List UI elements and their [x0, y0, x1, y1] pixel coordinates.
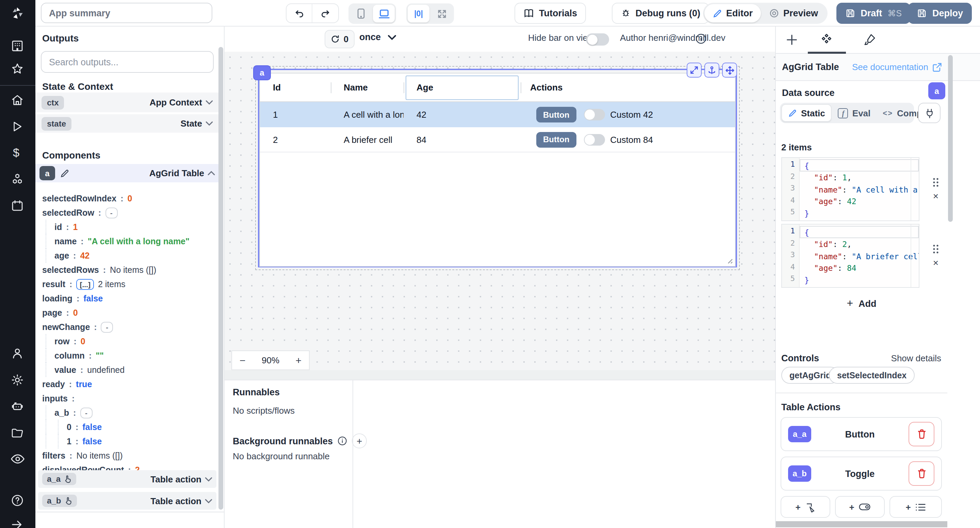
save-draft-button[interactable]: Draft ⌘S	[836, 3, 911, 24]
sidebar-item-variables[interactable]: $	[13, 146, 19, 160]
drag-handle-icon[interactable]	[932, 178, 939, 187]
collapse-chip[interactable]: -	[80, 407, 92, 418]
styling-tab[interactable]	[863, 33, 877, 46]
data-item-editor-2[interactable]: 1 2 3 4 5 { "id": 2, "name": "A briefer …	[781, 224, 920, 288]
collapse-chip[interactable]: -	[105, 207, 118, 218]
sidebar-item-schedules[interactable]	[10, 199, 24, 213]
prop-page[interactable]: page:0	[42, 305, 214, 320]
prop-value[interactable]: value:undefined	[42, 363, 214, 377]
app-canvas[interactable]: a	[224, 52, 775, 380]
sidebar-item-home[interactable]	[10, 93, 24, 108]
row-action-button[interactable]: Button	[536, 132, 576, 147]
prop-result[interactable]: result:[...]2 items	[42, 277, 214, 291]
prop-newChange[interactable]: newChange:-	[42, 320, 214, 334]
prop-a_b-1[interactable]: 1:false	[42, 434, 214, 448]
search-outputs-input[interactable]	[41, 51, 214, 73]
sidebar-item-favorites[interactable]	[10, 62, 24, 76]
column-header-id[interactable]: Id	[260, 82, 331, 92]
add-item-button[interactable]: + Add	[776, 297, 947, 310]
mode-eval[interactable]: f Eval	[832, 104, 877, 122]
prop-column[interactable]: column:""	[42, 348, 214, 363]
sidebar-item-users[interactable]	[10, 346, 24, 361]
debug-runs-button[interactable]: Debug runs (0)	[611, 3, 709, 24]
move-handle[interactable]	[722, 63, 737, 78]
undo-button[interactable]	[286, 4, 312, 22]
sidebar-item-folders[interactable]	[10, 426, 24, 440]
preview-tab[interactable]: Preview	[761, 4, 826, 22]
drag-handle-icon[interactable]	[932, 244, 939, 254]
edit-id-pencil-icon[interactable]	[60, 169, 69, 178]
selected-component-aggrid[interactable]: a	[258, 69, 737, 267]
settings-horizontal-scrollbar[interactable]	[776, 521, 947, 527]
add-background-runnable-button[interactable]: +	[352, 433, 367, 448]
column-header-name[interactable]: Name	[331, 82, 404, 92]
table-action-card-a_a[interactable]: a_a Button	[781, 417, 942, 451]
add-button-action-button[interactable]: +	[781, 496, 830, 518]
connect-data-button[interactable]	[918, 103, 940, 123]
data-item-editor-1[interactable]: 1 2 3 4 5 { "id": 1, "name": "A cell wit…	[781, 157, 920, 221]
prop-row[interactable]: row:0	[42, 334, 214, 348]
table-action-row-a_b[interactable]: a_b Table action	[38, 492, 216, 510]
add-select-action-button[interactable]: +	[889, 496, 942, 518]
prop-a_b-0[interactable]: 0:false	[42, 420, 214, 434]
add-toggle-action-button[interactable]: +	[835, 496, 885, 518]
refresh-button[interactable]: 0	[325, 30, 355, 48]
sidebar-item-help[interactable]	[10, 493, 24, 507]
app-summary-input[interactable]	[41, 3, 212, 23]
zoom-in-button[interactable]: +	[295, 355, 301, 366]
expand-rail-button[interactable]	[10, 518, 24, 528]
expand-array-chip[interactable]: [...]	[76, 278, 94, 289]
resize-corner-icon[interactable]	[726, 257, 733, 264]
deploy-button[interactable]: Deploy	[908, 3, 972, 24]
row-action-button[interactable]: Button	[536, 107, 576, 122]
see-documentation-link[interactable]: See documentation	[852, 62, 942, 72]
row-action-toggle[interactable]	[584, 109, 605, 121]
refresh-mode-dropdown[interactable]: once	[360, 32, 396, 42]
outputs-scrollbar[interactable]	[218, 47, 223, 510]
sidebar-item-settings[interactable]	[10, 373, 24, 387]
full-width-button[interactable]	[431, 5, 453, 22]
table-action-row-a_a[interactable]: a_a Table action	[38, 470, 216, 488]
column-header-actions[interactable]: Actions	[520, 82, 735, 92]
info-icon[interactable]	[337, 436, 347, 446]
insert-component-tab[interactable]	[785, 33, 798, 46]
component-a-header[interactable]: a AgGrid Table	[35, 164, 219, 182]
sidebar-item-resources[interactable]	[10, 172, 24, 186]
json-code[interactable]: { "id": 2, "name": "A briefer cell", "ag…	[800, 224, 919, 287]
editor-tab[interactable]: Editor	[705, 4, 761, 22]
prop-loading[interactable]: loading:false	[42, 291, 214, 305]
table-row[interactable]: 2 A briefer cell 84 Button Custom 84	[260, 127, 735, 153]
remove-item-button[interactable]: ×	[933, 191, 939, 201]
json-code[interactable]: { "id": 1, "name": "A cell with a long "…	[800, 158, 919, 221]
delete-action-button[interactable]	[908, 461, 934, 486]
redo-button[interactable]	[312, 4, 338, 22]
desktop-view-button[interactable]	[373, 5, 395, 22]
table-row[interactable]: 1 A cell with a long n... 42 Button Cust…	[260, 102, 735, 127]
state-row[interactable]: state State	[35, 114, 219, 133]
prop-age[interactable]: age:42	[42, 248, 214, 262]
zoom-out-button[interactable]: −	[240, 355, 246, 366]
row-action-toggle[interactable]	[584, 134, 605, 145]
prop-id[interactable]: id:1	[42, 220, 214, 234]
center-content-button[interactable]: |0|	[408, 5, 430, 22]
data-source-component-badge[interactable]: a	[928, 82, 945, 99]
hide-bar-toggle[interactable]	[586, 33, 609, 46]
settings-scrollbar[interactable]	[948, 55, 953, 222]
prop-filters[interactable]: filters:No items ([])	[42, 448, 214, 463]
prop-a_b[interactable]: a_b:-	[42, 406, 214, 420]
tutorials-button[interactable]: Tutorials	[514, 3, 586, 24]
prop-selectedRow[interactable]: selectedRow:-	[42, 205, 214, 220]
mobile-view-button[interactable]	[350, 5, 372, 22]
expand-handle[interactable]	[687, 63, 702, 78]
sidebar-item-runs[interactable]	[10, 120, 24, 134]
remove-item-button[interactable]: ×	[933, 258, 939, 267]
show-details-link[interactable]: Show details	[891, 353, 941, 363]
component-tag[interactable]: a	[253, 65, 271, 80]
table-action-card-a_b[interactable]: a_b Toggle	[781, 456, 942, 491]
prop-inputs[interactable]: inputs:	[42, 391, 214, 406]
control-setSelectedIndex[interactable]: setSelectedIndex	[829, 367, 915, 384]
ctx-row[interactable]: ctx App Context	[35, 92, 219, 112]
sidebar-item-workers[interactable]	[10, 399, 24, 414]
prop-selectedRows[interactable]: selectedRows:No items ([])	[42, 262, 214, 277]
mode-static[interactable]: Static	[781, 104, 832, 122]
